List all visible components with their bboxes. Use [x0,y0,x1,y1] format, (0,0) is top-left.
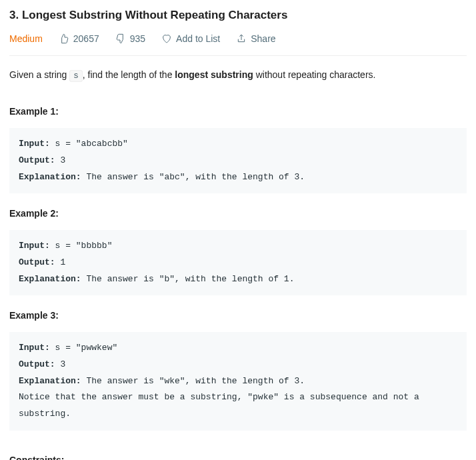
example-label: Example 1: [9,105,467,119]
dislike-count: 935 [130,32,145,46]
heart-icon [161,33,172,44]
inline-code: s [69,70,83,82]
example-explanation-label: Explanation: [19,172,81,182]
problem-description: Given a string s, find the length of the… [9,68,467,83]
example-block: Input: s = "abcabcbb"Output: 3Explanatio… [9,128,467,193]
meta-bar: Medium 20657 935 Add to List Share [9,32,467,56]
problem-title: 3. Longest Substring Without Repeating C… [9,7,467,24]
example-explanation-label: Explanation: [19,274,81,284]
example-output-label: Output: [19,359,55,369]
like-button[interactable]: 20657 [59,32,99,46]
example-explanation-label: Explanation: [19,376,81,386]
add-to-list-label: Add to List [176,32,220,46]
thumbs-up-icon [59,33,69,44]
add-to-list-button[interactable]: Add to List [161,32,220,46]
constraints-heading: Constraints: [9,453,467,460]
dislike-button[interactable]: 935 [115,32,145,46]
thumbs-down-icon [115,33,126,44]
example-label: Example 2: [9,207,467,221]
share-label: Share [251,32,275,46]
example-input-label: Input: [19,241,50,251]
example-output-label: Output: [19,257,55,267]
example-block: Input: s = "pwwkew"Output: 3Explanation:… [9,332,467,430]
example-input-label: Input: [19,343,50,353]
example-input-label: Input: [19,139,50,149]
like-count: 20657 [73,32,99,46]
example-label: Example 3: [9,309,467,323]
difficulty-badge: Medium [9,32,43,46]
share-icon [236,33,247,44]
share-button[interactable]: Share [236,32,275,46]
example-block: Input: s = "bbbbb"Output: 1Explanation: … [9,230,467,295]
example-output-label: Output: [19,155,55,165]
